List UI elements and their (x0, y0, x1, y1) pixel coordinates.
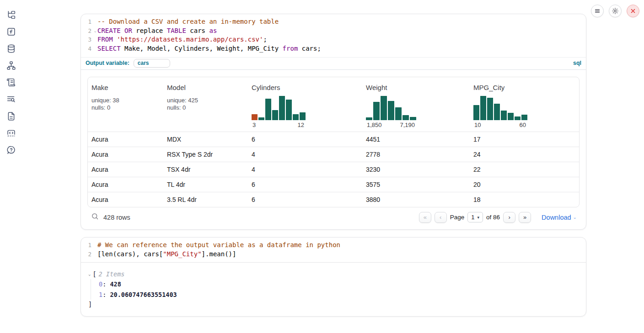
table-cell: Acura (88, 151, 163, 158)
line-number: 4 (81, 44, 97, 53)
column-stat: unique: 38 (91, 97, 163, 104)
close-button[interactable] (627, 5, 639, 17)
histogram-bar (265, 99, 271, 120)
open-bracket: [ (92, 270, 96, 279)
histogram-bar (480, 96, 486, 120)
line-number: 2⌄ (81, 26, 97, 36)
column-header-make[interactable]: Make unique: 38 nulls: 0 (88, 84, 163, 129)
sidebar-item-dependency-graph[interactable] (5, 60, 16, 71)
sidebar-item-functions[interactable] (5, 26, 16, 37)
table-cell: Acura (88, 181, 163, 188)
column-header-weight[interactable]: Weight 1,850 7,190 (362, 84, 470, 129)
menu-icon (594, 8, 601, 14)
dependency-graph-icon (6, 61, 16, 70)
table-cell: 22 (470, 166, 579, 173)
column-header-cylinders[interactable]: Cylinders 3 12 (248, 84, 362, 129)
page-label: Page (450, 214, 465, 221)
first-page-button[interactable]: « (419, 212, 431, 223)
table-row[interactable]: AcuraRSX Type S 2dr4277824 (88, 147, 579, 162)
page-select[interactable]: 1 ▾ (467, 212, 483, 222)
sidebar-item-documentation[interactable] (5, 111, 16, 122)
python-code-editor[interactable]: 1# We can reference the output variable … (81, 238, 586, 262)
table-row[interactable]: Acura3.5 RL 4dr6388018 (88, 192, 579, 207)
last-page-button[interactable]: » (519, 212, 531, 223)
page-select-value: 1 (471, 214, 474, 221)
table-cell: Acura (88, 136, 163, 143)
document-icon (6, 111, 16, 121)
sidebar-item-snippets[interactable] (5, 127, 16, 138)
histogram-bar (494, 104, 500, 120)
sidebar-item-tracing[interactable] (5, 94, 16, 105)
chevron-down-icon: ⌄ (573, 215, 577, 220)
column-stat: nulls: 0 (91, 104, 163, 111)
python-cell: 1# We can reference the output variable … (80, 237, 586, 317)
close-icon (630, 8, 636, 14)
table-cell: Acura (88, 166, 163, 173)
menu-button[interactable] (591, 5, 604, 17)
code-line[interactable]: 1# We can reference the output variable … (81, 241, 586, 250)
left-sidebar (0, 0, 22, 333)
settings-button[interactable] (609, 5, 622, 17)
table-cell: 6 (248, 181, 362, 188)
sidebar-item-help[interactable] (5, 144, 16, 155)
code-line[interactable]: 2[len(cars), cars["MPG_City"].mean()] (81, 250, 586, 259)
table-row[interactable]: AcuraMDX6445117 (88, 132, 579, 147)
table-cell: TSX 4dr (163, 166, 248, 173)
hist-min-label: 10 (474, 122, 481, 128)
column-header-model[interactable]: Model unique: 425 nulls: 0 (163, 84, 248, 129)
table-cell: 18 (470, 196, 579, 203)
code-line[interactable]: 2⌄CREATE OR replace TABLE cars as (81, 26, 586, 36)
table-cell: 3230 (362, 166, 470, 173)
histogram-bar (501, 111, 507, 120)
code-line[interactable]: 1-- Download a CSV and create an in-memo… (81, 17, 586, 26)
histogram-bar (515, 116, 521, 120)
mpg-city-histogram: 10 60 (473, 96, 527, 128)
histogram-bar (300, 112, 306, 120)
sidebar-item-logs[interactable] (5, 77, 16, 88)
next-page-button[interactable]: › (503, 212, 515, 223)
histogram-bar (410, 117, 416, 120)
output-variable-input[interactable] (134, 59, 170, 68)
chevron-down-icon: ▾ (478, 215, 480, 220)
hist-max-label: 60 (520, 122, 526, 128)
previous-page-button[interactable]: ‹ (435, 212, 447, 223)
fold-chevron-icon[interactable]: ⌄ (94, 26, 97, 36)
column-stat: nulls: 0 (167, 104, 248, 111)
notebook: 1-- Download a CSV and create an in-memo… (80, 14, 586, 317)
sidebar-item-datasources[interactable] (5, 43, 16, 54)
weight-histogram: 1,850 7,190 (366, 96, 416, 128)
collapse-toggle-icon[interactable]: ⌄ (88, 270, 91, 279)
sql-code-editor[interactable]: 1-- Download a CSV and create an in-memo… (81, 14, 586, 57)
code-line[interactable]: 3FROM 'https://datasets.marimo.app/cars.… (81, 35, 586, 44)
histogram-bar (293, 114, 299, 120)
sql-cell: 1-- Download a CSV and create an in-memo… (80, 14, 586, 230)
cylinders-histogram: 3 12 (252, 96, 306, 128)
table-cell: 6 (248, 196, 362, 203)
table-cell: 4451 (362, 136, 470, 143)
download-button[interactable]: Download ⌄ (542, 214, 577, 221)
tree-entry: 0: 428 (99, 279, 579, 290)
code-line[interactable]: 4SELECT Make, Model, Cylinders, Weight, … (81, 44, 586, 53)
database-icon (6, 44, 16, 53)
tree-entry: 1: 20.060747663551403 (99, 290, 579, 300)
histogram-bar (521, 115, 527, 120)
histogram-bar (473, 105, 479, 120)
sidebar-item-file-tree[interactable] (5, 9, 16, 20)
histogram-bar (252, 114, 258, 120)
function-square-icon (6, 27, 16, 37)
language-badge: sql (573, 60, 581, 66)
histogram-bar (272, 110, 278, 120)
tree-entries: 0: 4281: 20.060747663551403 (91, 279, 579, 300)
table-row[interactable]: AcuraTL 4dr6357520 (88, 177, 579, 192)
row-count: 428 rows (103, 214, 130, 221)
histogram-bar (388, 101, 394, 120)
histogram-bar (487, 98, 493, 120)
scroll-icon (6, 78, 16, 87)
column-header-mpg-city[interactable]: MPG_City 10 60 (470, 84, 579, 129)
table-row[interactable]: AcuraTSX 4dr4323022 (88, 162, 579, 177)
table-cell: 3880 (362, 196, 470, 203)
line-number: 2 (81, 250, 97, 259)
search-icon[interactable] (91, 212, 99, 222)
histogram-bar (395, 107, 402, 120)
notebook-actions (591, 5, 639, 17)
